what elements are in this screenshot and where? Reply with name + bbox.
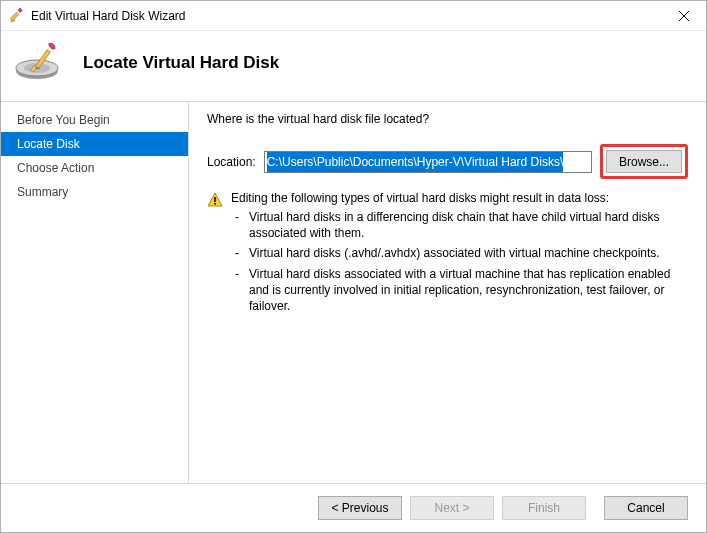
location-row: Location: C:\Users\Public\Documents\Hype…	[207, 144, 688, 179]
svg-rect-13	[214, 197, 216, 202]
finish-button[interactable]: Finish	[502, 496, 586, 520]
location-input[interactable]: C:\Users\Public\Documents\Hyper-V\Virtua…	[264, 151, 592, 173]
close-icon	[679, 11, 689, 21]
wizard-content: Where is the virtual hard disk file loca…	[189, 102, 706, 483]
warning-item: Virtual hard disks (.avhd/.avhdx) associ…	[249, 245, 688, 261]
window-title: Edit Virtual Hard Disk Wizard	[31, 9, 661, 23]
titlebar: Edit Virtual Hard Disk Wizard	[1, 1, 706, 31]
close-button[interactable]	[661, 1, 706, 30]
step-before-you-begin[interactable]: Before You Begin	[1, 108, 188, 132]
svg-rect-2	[18, 8, 22, 12]
svg-marker-9	[49, 43, 55, 49]
browse-highlight: Browse...	[600, 144, 688, 179]
app-icon	[9, 8, 25, 24]
warning-list: Virtual hard disks in a differencing dis…	[231, 209, 688, 314]
wizard-header: Locate Virtual Hard Disk	[1, 31, 706, 101]
svg-rect-1	[10, 12, 19, 21]
warning-item: Virtual hard disks in a differencing dis…	[249, 209, 688, 241]
warning-intro: Editing the following types of virtual h…	[231, 191, 688, 205]
previous-button[interactable]: < Previous	[318, 496, 402, 520]
warning-text: Editing the following types of virtual h…	[231, 191, 688, 318]
browse-button[interactable]: Browse...	[606, 150, 682, 173]
content-question: Where is the virtual hard disk file loca…	[207, 112, 688, 126]
step-summary[interactable]: Summary	[1, 180, 188, 204]
wizard-footer: < Previous Next > Finish Cancel	[1, 484, 706, 532]
svg-rect-14	[214, 203, 216, 205]
warning-block: Editing the following types of virtual h…	[207, 191, 688, 318]
next-button[interactable]: Next >	[410, 496, 494, 520]
warning-item: Virtual hard disks associated with a vir…	[249, 266, 688, 315]
location-label: Location:	[207, 155, 256, 169]
location-value: C:\Users\Public\Documents\Hyper-V\Virtua…	[267, 152, 564, 172]
step-choose-action[interactable]: Choose Action	[1, 156, 188, 180]
warning-icon	[207, 192, 223, 208]
hard-disk-icon	[15, 43, 65, 83]
cancel-button[interactable]: Cancel	[604, 496, 688, 520]
wizard-window: Edit Virtual Hard Disk Wizard Locate Vir…	[0, 0, 707, 533]
wizard-body: Before You Begin Locate Disk Choose Acti…	[1, 101, 706, 484]
step-sidebar: Before You Begin Locate Disk Choose Acti…	[1, 102, 189, 483]
step-locate-disk[interactable]: Locate Disk	[1, 132, 188, 156]
page-title: Locate Virtual Hard Disk	[83, 53, 279, 73]
